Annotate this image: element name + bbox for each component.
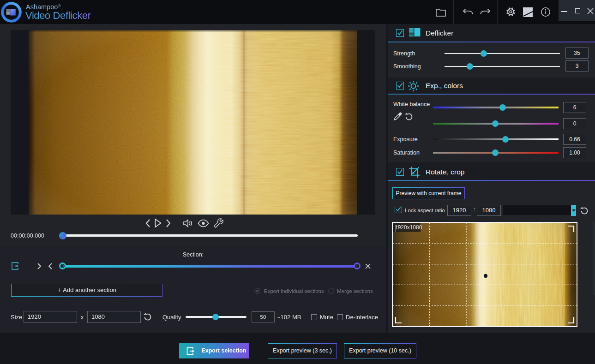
svg-text:1920x1080: 1920x1080 [395, 224, 422, 231]
